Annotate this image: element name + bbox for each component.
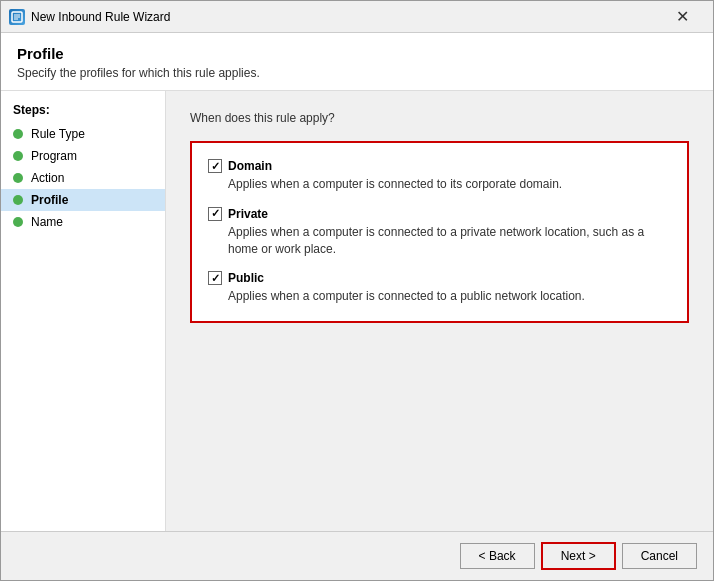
next-button[interactable]: Next > (541, 542, 616, 570)
option-public: Public Applies when a computer is connec… (208, 271, 671, 305)
option-domain-name: Domain (228, 159, 272, 173)
step-label-program: Program (31, 149, 77, 163)
footer: < Back Next > Cancel (1, 531, 713, 580)
steps-label: Steps: (1, 103, 165, 123)
header-section: Profile Specify the profiles for which t… (1, 33, 713, 91)
step-dot-profile (13, 195, 23, 205)
checkbox-public[interactable] (208, 271, 222, 285)
option-domain-header: Domain (208, 159, 671, 173)
option-domain-desc: Applies when a computer is connected to … (208, 176, 671, 193)
content-area: Steps: Rule Type Program Action Profile … (1, 91, 713, 531)
option-private-name: Private (228, 207, 268, 221)
checkbox-private[interactable] (208, 207, 222, 221)
step-label-rule-type: Rule Type (31, 127, 85, 141)
option-private-header: Private (208, 207, 671, 221)
app-icon (9, 9, 25, 25)
wizard-window: New Inbound Rule Wizard ✕ Profile Specif… (0, 0, 714, 581)
option-private-desc: Applies when a computer is connected to … (208, 224, 671, 258)
step-dot-action (13, 173, 23, 183)
option-private: Private Applies when a computer is conne… (208, 207, 671, 258)
step-label-name: Name (31, 215, 63, 229)
option-public-header: Public (208, 271, 671, 285)
step-dot-rule-type (13, 129, 23, 139)
sidebar-item-action[interactable]: Action (1, 167, 165, 189)
option-domain: Domain Applies when a computer is connec… (208, 159, 671, 193)
options-box: Domain Applies when a computer is connec… (190, 141, 689, 323)
option-public-desc: Applies when a computer is connected to … (208, 288, 671, 305)
sidebar-item-rule-type[interactable]: Rule Type (1, 123, 165, 145)
step-label-profile: Profile (31, 193, 68, 207)
main-content: When does this rule apply? Domain Applie… (166, 91, 713, 531)
sidebar-item-program[interactable]: Program (1, 145, 165, 167)
cancel-button[interactable]: Cancel (622, 543, 697, 569)
step-label-action: Action (31, 171, 64, 185)
step-dot-name (13, 217, 23, 227)
window-title: New Inbound Rule Wizard (31, 10, 659, 24)
checkbox-domain-wrapper (208, 159, 222, 173)
sidebar: Steps: Rule Type Program Action Profile … (1, 91, 166, 531)
question-text: When does this rule apply? (190, 111, 689, 125)
page-title: Profile (17, 45, 697, 62)
checkbox-domain[interactable] (208, 159, 222, 173)
back-button[interactable]: < Back (460, 543, 535, 569)
step-dot-program (13, 151, 23, 161)
checkbox-private-wrapper (208, 207, 222, 221)
checkbox-public-wrapper (208, 271, 222, 285)
sidebar-item-profile[interactable]: Profile (1, 189, 165, 211)
title-bar: New Inbound Rule Wizard ✕ (1, 1, 713, 33)
close-button[interactable]: ✕ (659, 7, 705, 27)
page-subtitle: Specify the profiles for which this rule… (17, 66, 697, 80)
option-public-name: Public (228, 271, 264, 285)
sidebar-item-name[interactable]: Name (1, 211, 165, 233)
